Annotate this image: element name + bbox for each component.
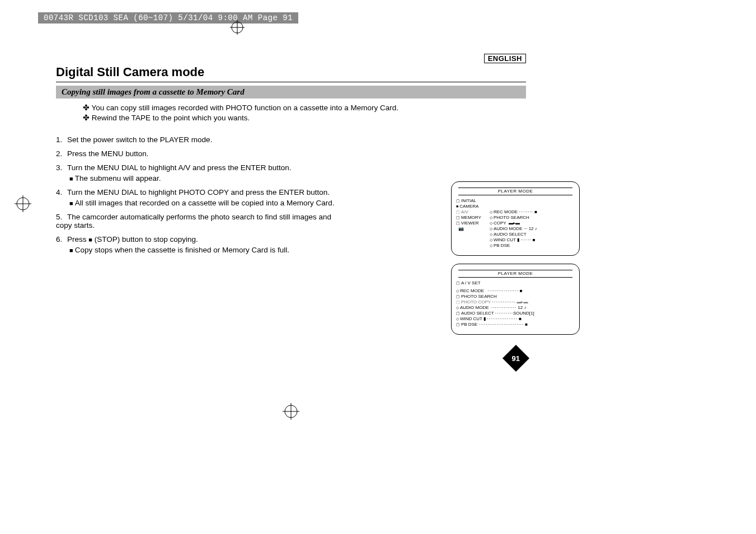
registration-mark-left: [15, 195, 31, 212]
manual-page: ENGLISH Digital Still Camera mode Copyin…: [56, 54, 526, 260]
lcd-sub-item: WIND CUT ▮ ················· ■: [456, 316, 575, 322]
section-subtitle: Copying still images from a cassette to …: [56, 86, 526, 99]
lcd-header: PLAYER MODE: [458, 270, 572, 278]
step-number: 2.: [56, 149, 67, 158]
step-item: 5.The camcorder automatically performs t…: [56, 213, 336, 229]
step-sub: Copy stops when the cassette is finished…: [69, 246, 336, 254]
step-item: 1.Set the power switch to the PLAYER mod…: [56, 135, 336, 144]
step-item: 3.Turn the MENU DIAL to highlight A/V an…: [56, 163, 336, 182]
step-item: 6.Press ■ (STOP) button to stop copying.…: [56, 235, 336, 254]
lcd-header: PLAYER MODE: [458, 188, 572, 195]
step-item: 2.Press the MENU button.: [56, 149, 336, 158]
step-item: 4.Turn the MENU DIAL to highlight PHOTO …: [56, 188, 336, 207]
step-text: Turn the MENU DIAL to highlight A/V and …: [67, 163, 291, 172]
lcd-camera-icon: 📷: [456, 226, 490, 232]
intro-list: You can copy still images recorded with …: [60, 103, 526, 122]
lcd-menu-item-selected: A/V: [456, 209, 490, 215]
step-sub: The submenu will appear.: [69, 174, 336, 182]
lcd-sub-item: PB DSE: [490, 243, 575, 249]
lcd-menu-item: INITIAL: [456, 198, 490, 204]
lcd-sub-item: REC MODE ········ ■: [490, 209, 575, 215]
lcd-sub-item: REC MODE ················· ■: [456, 288, 575, 294]
lcd-empty: [490, 204, 575, 209]
step-sub: All still images that recorded on a cass…: [69, 199, 336, 207]
intro-item: You can copy still images recorded with …: [83, 103, 526, 112]
lcd-sub-item: PHOTO SEARCH: [490, 215, 575, 221]
page-title: Digital Still Camera mode: [56, 65, 526, 79]
lcd-sub-item: COPY ▬▸▬: [490, 221, 575, 226]
lcd-sub-item: AUDIO MODE ··· 12 ♪: [490, 226, 575, 232]
step-number: 1.: [56, 135, 67, 144]
lcd-sub-item: AUDIO MODE ·············· 12 ♪: [456, 305, 575, 311]
step-text: Turn the MENU DIAL to highlight PHOTO CO…: [67, 188, 330, 196]
registration-mark-top: [230, 20, 245, 35]
step-text-pre: Press: [67, 235, 88, 243]
lcd-menu-item: MEMORY: [456, 215, 490, 221]
lcd-screen-1: PLAYER MODE INITIAL CAMERA A/V MEMORY VI…: [451, 181, 580, 256]
lcd-sub-item: AUDIO SELECT: [490, 232, 575, 237]
lcd-illustrations: PLAYER MODE INITIAL CAMERA A/V MEMORY VI…: [451, 181, 580, 343]
print-job-header: 00743R SCD103 SEA (60~107) 5/31/04 9:00 …: [38, 12, 298, 24]
step-number: 5.: [56, 213, 67, 221]
page-number-badge: 91: [506, 349, 525, 368]
intro-item: Rewind the TAPE to the point which you w…: [83, 113, 526, 122]
lcd-menu-item: VIEWER: [456, 221, 490, 226]
lcd-sub-item: AUDIO SELECT ··········SOUND[1]: [456, 311, 575, 316]
step-text: Set the power switch to the PLAYER mode.: [67, 135, 212, 144]
lcd-sub-item: PHOTO SEARCH: [456, 294, 575, 299]
lcd-screen-2: PLAYER MODE A / V SET REC MODE ·········…: [451, 264, 580, 335]
title-rule: [56, 82, 526, 82]
step-number: 3.: [56, 163, 67, 172]
step-text: Press the MENU button.: [67, 149, 149, 158]
step-number: 4.: [56, 188, 67, 196]
lcd-menu-item: CAMERA: [456, 204, 490, 209]
step-number: 6.: [56, 235, 67, 243]
step-text: The camcorder automatically performs the…: [56, 213, 331, 229]
lcd-sub-item-highlight: PHOTO COPY ············· ▬▸▬: [456, 299, 575, 305]
lcd-sub-item: PB DSE ························· ■: [456, 322, 575, 327]
lcd-section-title: A / V SET: [456, 280, 575, 286]
lcd-empty: [490, 198, 575, 204]
page-number: 91: [512, 354, 520, 363]
lcd-sub-item: WIND CUT ▮ ······ ■: [490, 237, 575, 243]
step-text-post: (STOP) button to stop copying.: [92, 235, 198, 243]
stop-icon: ■: [88, 236, 92, 243]
language-badge: ENGLISH: [484, 54, 526, 63]
registration-mark-bottom: [283, 403, 299, 420]
